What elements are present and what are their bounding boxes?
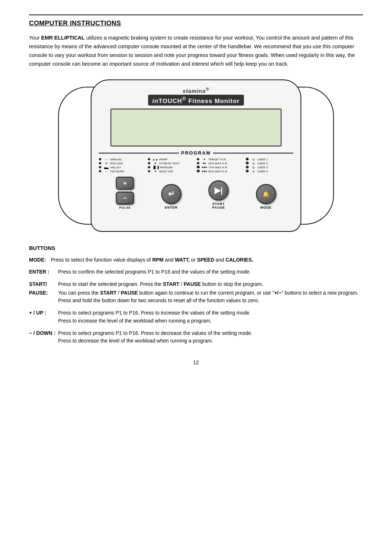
prog-item-4: ❹ — FAT BURN xyxy=(99,170,146,173)
program-col-4: ⓭ ◎ USER 1 ⓮ ◎ USER 2 ⓯ ◎ USER 3 xyxy=(246,158,293,173)
brand-stamina: stamina® xyxy=(183,87,209,94)
minus-down-text: Press to select programs P1 to P16. Pres… xyxy=(58,329,363,345)
display-screen xyxy=(110,108,282,147)
console-body: stamina® inTOUCH® Fitness Monitor Progra… xyxy=(91,79,301,232)
prog-item-13: ⓭ ◎ USER 1 xyxy=(246,158,293,161)
brand-area: stamina® inTOUCH® Fitness Monitor xyxy=(148,87,244,106)
enter-col: ↵ ENTER xyxy=(161,184,181,209)
enter-label: ENTER xyxy=(165,206,178,209)
program-line-right xyxy=(213,153,293,153)
console-outer: stamina® inTOUCH® Fitness Monitor Progra… xyxy=(69,79,323,232)
enter-desc-label: ENTER : xyxy=(29,268,58,276)
prog-item-1: ❶ — MANUAL xyxy=(99,158,146,161)
mode-desc-label: MODE: xyxy=(29,256,51,264)
pulse-col: + − PULSE xyxy=(116,177,134,209)
product-name: EMR ELLIPTICAL xyxy=(41,35,85,41)
prog-item-15: ⓯ ◎ USER 3 xyxy=(246,166,293,169)
program-line-left xyxy=(99,153,179,153)
section-title: COMPUTER INSTRUCTIONS xyxy=(29,20,363,27)
plus-up-desc: + / UP : Press to select programs P1 to … xyxy=(29,309,363,325)
enter-desc: ENTER : Press to confirm the selected pr… xyxy=(29,268,363,276)
mode-desc-text: Press to select the function value displ… xyxy=(51,256,363,264)
prog-item-16: ⓰ ◎ USER 4 xyxy=(246,170,293,173)
buttons-row: + − PULSE ↵ ENTER ▶| STARTPAUSE � xyxy=(99,177,293,209)
pause-desc: PAUSE: You can press the START / PAUSE b… xyxy=(29,289,363,305)
minus-down-label: − / DOWN : xyxy=(29,329,58,345)
mode-col: 🔔 MODE xyxy=(256,184,276,209)
start-label: STARTPAUSE xyxy=(212,202,225,209)
start-desc-text: Press to start the selected program. Pre… xyxy=(58,280,363,288)
plus-button[interactable]: + xyxy=(116,177,134,190)
mode-label: MODE xyxy=(260,206,271,209)
plus-up-label: + / UP : xyxy=(29,309,58,325)
program-col-3: ❾ ♥ TARGET H.R. ❿ ♥♥ 60% MAX H.R. ⓫ ♥♥♥ … xyxy=(197,158,244,173)
mode-button[interactable]: 🔔 xyxy=(256,184,276,204)
top-rule xyxy=(29,15,363,15)
start-pause-block: START/ Press to start the selected progr… xyxy=(29,280,363,305)
mode-desc: MODE: Press to select the function value… xyxy=(29,256,363,264)
plus-up-text: Press to select programs P1 to P16. Pres… xyxy=(58,309,363,325)
buttons-section-title: BUTTONS xyxy=(29,245,363,251)
start-col: ▶| STARTPAUSE xyxy=(208,180,229,209)
page-number: 12 xyxy=(29,360,363,365)
minus-down-desc: − / DOWN : Press to select programs P1 t… xyxy=(29,329,363,345)
console-diagram: stamina® inTOUCH® Fitness Monitor Progra… xyxy=(29,79,363,232)
prog-item-7: ❼ ▐▌▐ RANDOM xyxy=(148,166,195,169)
prog-item-11: ⓫ ♥♥♥ 75% MAX H.R. xyxy=(197,166,244,169)
pause-desc-text: You can press the START / PAUSE button a… xyxy=(58,289,363,305)
buttons-section: BUTTONS MODE: Press to select the functi… xyxy=(29,245,363,345)
prog-item-2: ❷ ≋ ROLLING xyxy=(99,162,146,165)
intro-text: Your EMR ELLIPTICAL utilizes a magnetic … xyxy=(29,34,363,69)
prog-item-8: ❽ ✦ BODY FAT xyxy=(148,170,195,173)
start-desc-label: START/ xyxy=(29,280,58,288)
program-label-bar: Program xyxy=(99,150,293,156)
minus-button[interactable]: − xyxy=(116,192,134,205)
brand-intouch: inTOUCH® Fitness Monitor xyxy=(148,95,244,106)
enter-button[interactable]: ↵ xyxy=(161,184,181,204)
program-text: Program xyxy=(181,150,211,156)
prog-item-6: ❻ ♥ FITNESS TEST xyxy=(148,162,195,165)
prog-item-12: ⓬ ♥♥♥ 80% MAX H.R. xyxy=(197,170,244,173)
program-grid: ❶ — MANUAL ❷ ≋ ROLLING ❸ ▄▃ VALLEY xyxy=(99,158,293,173)
start-desc: START/ Press to start the selected progr… xyxy=(29,280,363,288)
start-button[interactable]: ▶| xyxy=(208,180,229,201)
prog-item-10: ❿ ♥♥ 60% MAX H.R. xyxy=(197,162,244,165)
plus-minus-group: + − xyxy=(116,177,134,205)
pulse-label: PULSE xyxy=(119,206,131,209)
prog-item-3: ❸ ▄▃ VALLEY xyxy=(99,166,146,169)
prog-item-5: ❺ ▲▲ RAMP xyxy=(148,158,195,161)
prog-item-9: ❾ ♥ TARGET H.R. xyxy=(197,158,244,161)
enter-desc-text: Press to confirm the selected programs P… xyxy=(58,268,363,276)
pause-desc-label: PAUSE: xyxy=(29,289,58,305)
program-col-1: ❶ — MANUAL ❷ ≋ ROLLING ❸ ▄▃ VALLEY xyxy=(99,158,146,173)
prog-item-14: ⓮ ◎ USER 2 xyxy=(246,162,293,165)
program-col-2: ❺ ▲▲ RAMP ❻ ♥ FITNESS TEST ❼ ▐▌▐ RANDOM xyxy=(148,158,195,173)
